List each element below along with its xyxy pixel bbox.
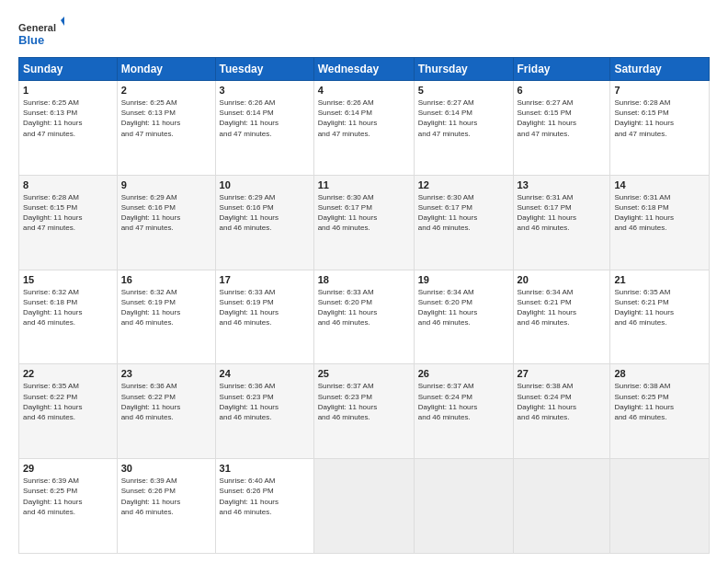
calendar-cell: 2Sunrise: 6:25 AM Sunset: 6:13 PM Daylig…	[117, 81, 215, 176]
calendar-cell	[313, 459, 414, 554]
day-number: 4	[318, 85, 410, 96]
calendar-cell: 17Sunrise: 6:33 AM Sunset: 6:19 PM Dayli…	[215, 270, 313, 364]
day-number: 10	[220, 179, 310, 190]
day-number: 9	[121, 179, 211, 190]
day-number: 20	[518, 274, 607, 285]
day-info: Sunrise: 6:35 AM Sunset: 6:21 PM Dayligh…	[614, 287, 705, 328]
calendar-cell: 22Sunrise: 6:35 AM Sunset: 6:22 PM Dayli…	[19, 364, 118, 459]
day-info: Sunrise: 6:39 AM Sunset: 6:25 PM Dayligh…	[23, 476, 113, 517]
day-info: Sunrise: 6:26 AM Sunset: 6:14 PM Dayligh…	[318, 98, 410, 139]
calendar-cell	[414, 459, 513, 554]
header-row: SundayMondayTuesdayWednesdayThursdayFrid…	[19, 58, 710, 81]
header: General Blue	[18, 17, 710, 50]
calendar-cell: 16Sunrise: 6:32 AM Sunset: 6:19 PM Dayli…	[117, 270, 215, 364]
page: General Blue SundayMondayTuesdayWednesda…	[0, 0, 728, 563]
day-info: Sunrise: 6:30 AM Sunset: 6:17 PM Dayligh…	[418, 192, 509, 234]
calendar-week-row: 8Sunrise: 6:28 AM Sunset: 6:15 PM Daylig…	[19, 175, 710, 270]
day-info: Sunrise: 6:29 AM Sunset: 6:16 PM Dayligh…	[220, 192, 310, 234]
calendar-week-row: 29Sunrise: 6:39 AM Sunset: 6:25 PM Dayli…	[19, 459, 710, 554]
calendar-cell: 29Sunrise: 6:39 AM Sunset: 6:25 PM Dayli…	[19, 459, 118, 554]
day-info: Sunrise: 6:27 AM Sunset: 6:15 PM Dayligh…	[518, 98, 607, 139]
day-number: 11	[318, 179, 410, 190]
calendar-cell: 31Sunrise: 6:40 AM Sunset: 6:26 PM Dayli…	[215, 459, 313, 554]
day-number: 5	[418, 85, 509, 96]
day-number: 24	[220, 368, 310, 379]
day-info: Sunrise: 6:32 AM Sunset: 6:19 PM Dayligh…	[121, 287, 211, 328]
calendar-cell: 10Sunrise: 6:29 AM Sunset: 6:16 PM Dayli…	[215, 175, 313, 270]
day-number: 13	[518, 179, 607, 190]
day-of-week-header: Thursday	[414, 58, 513, 81]
day-number: 27	[518, 368, 607, 379]
logo: General Blue	[18, 17, 64, 50]
day-number: 2	[121, 85, 211, 96]
day-number: 23	[121, 368, 211, 379]
calendar-cell: 5Sunrise: 6:27 AM Sunset: 6:14 PM Daylig…	[414, 81, 513, 176]
day-info: Sunrise: 6:38 AM Sunset: 6:25 PM Dayligh…	[614, 381, 705, 422]
day-of-week-header: Friday	[513, 58, 610, 81]
day-info: Sunrise: 6:34 AM Sunset: 6:21 PM Dayligh…	[518, 287, 607, 328]
calendar-cell: 26Sunrise: 6:37 AM Sunset: 6:24 PM Dayli…	[414, 364, 513, 459]
day-number: 15	[23, 274, 113, 285]
calendar-cell: 6Sunrise: 6:27 AM Sunset: 6:15 PM Daylig…	[513, 81, 610, 176]
day-info: Sunrise: 6:31 AM Sunset: 6:17 PM Dayligh…	[518, 192, 607, 234]
day-info: Sunrise: 6:36 AM Sunset: 6:23 PM Dayligh…	[220, 381, 310, 422]
calendar-week-row: 15Sunrise: 6:32 AM Sunset: 6:18 PM Dayli…	[19, 270, 710, 364]
day-info: Sunrise: 6:33 AM Sunset: 6:19 PM Dayligh…	[220, 287, 310, 328]
day-of-week-header: Monday	[117, 58, 215, 81]
day-info: Sunrise: 6:29 AM Sunset: 6:16 PM Dayligh…	[121, 192, 211, 234]
day-info: Sunrise: 6:35 AM Sunset: 6:22 PM Dayligh…	[23, 381, 113, 422]
calendar-cell: 7Sunrise: 6:28 AM Sunset: 6:15 PM Daylig…	[610, 81, 710, 176]
svg-marker-2	[61, 17, 64, 26]
calendar-cell: 18Sunrise: 6:33 AM Sunset: 6:20 PM Dayli…	[313, 270, 414, 364]
day-info: Sunrise: 6:26 AM Sunset: 6:14 PM Dayligh…	[220, 98, 310, 139]
calendar-cell: 15Sunrise: 6:32 AM Sunset: 6:18 PM Dayli…	[19, 270, 118, 364]
calendar-cell: 23Sunrise: 6:36 AM Sunset: 6:22 PM Dayli…	[117, 364, 215, 459]
calendar-cell: 30Sunrise: 6:39 AM Sunset: 6:26 PM Dayli…	[117, 459, 215, 554]
calendar-cell: 11Sunrise: 6:30 AM Sunset: 6:17 PM Dayli…	[313, 175, 414, 270]
day-info: Sunrise: 6:38 AM Sunset: 6:24 PM Dayligh…	[518, 381, 607, 422]
calendar-cell	[513, 459, 610, 554]
day-number: 12	[418, 179, 509, 190]
day-of-week-header: Tuesday	[215, 58, 313, 81]
day-number: 14	[614, 179, 705, 190]
day-info: Sunrise: 6:37 AM Sunset: 6:24 PM Dayligh…	[418, 381, 509, 422]
calendar-cell: 28Sunrise: 6:38 AM Sunset: 6:25 PM Dayli…	[610, 364, 710, 459]
day-info: Sunrise: 6:33 AM Sunset: 6:20 PM Dayligh…	[318, 287, 410, 328]
day-info: Sunrise: 6:37 AM Sunset: 6:23 PM Dayligh…	[318, 381, 410, 422]
day-info: Sunrise: 6:27 AM Sunset: 6:14 PM Dayligh…	[418, 98, 509, 139]
day-number: 25	[318, 368, 410, 379]
day-info: Sunrise: 6:31 AM Sunset: 6:18 PM Dayligh…	[614, 192, 705, 234]
day-of-week-header: Saturday	[610, 58, 710, 81]
day-of-week-header: Sunday	[19, 58, 118, 81]
day-number: 29	[23, 463, 113, 474]
calendar-cell: 27Sunrise: 6:38 AM Sunset: 6:24 PM Dayli…	[513, 364, 610, 459]
calendar-cell: 13Sunrise: 6:31 AM Sunset: 6:17 PM Dayli…	[513, 175, 610, 270]
day-info: Sunrise: 6:28 AM Sunset: 6:15 PM Dayligh…	[614, 98, 705, 139]
day-number: 31	[220, 463, 310, 474]
day-number: 16	[121, 274, 211, 285]
day-info: Sunrise: 6:40 AM Sunset: 6:26 PM Dayligh…	[220, 476, 310, 517]
day-number: 26	[418, 368, 509, 379]
day-info: Sunrise: 6:25 AM Sunset: 6:13 PM Dayligh…	[23, 98, 113, 139]
calendar-week-row: 1Sunrise: 6:25 AM Sunset: 6:13 PM Daylig…	[19, 81, 710, 176]
calendar-cell	[610, 459, 710, 554]
day-number: 6	[518, 85, 607, 96]
day-number: 22	[23, 368, 113, 379]
day-info: Sunrise: 6:28 AM Sunset: 6:15 PM Dayligh…	[23, 192, 113, 234]
day-number: 28	[614, 368, 705, 379]
calendar-cell: 9Sunrise: 6:29 AM Sunset: 6:16 PM Daylig…	[117, 175, 215, 270]
day-info: Sunrise: 6:32 AM Sunset: 6:18 PM Dayligh…	[23, 287, 113, 328]
day-number: 7	[614, 85, 705, 96]
calendar-cell: 19Sunrise: 6:34 AM Sunset: 6:20 PM Dayli…	[414, 270, 513, 364]
calendar: SundayMondayTuesdayWednesdayThursdayFrid…	[18, 57, 710, 554]
calendar-cell: 8Sunrise: 6:28 AM Sunset: 6:15 PM Daylig…	[19, 175, 118, 270]
calendar-cell: 14Sunrise: 6:31 AM Sunset: 6:18 PM Dayli…	[610, 175, 710, 270]
calendar-cell: 4Sunrise: 6:26 AM Sunset: 6:14 PM Daylig…	[313, 81, 414, 176]
svg-text:Blue: Blue	[18, 33, 44, 47]
calendar-week-row: 22Sunrise: 6:35 AM Sunset: 6:22 PM Dayli…	[19, 364, 710, 459]
day-info: Sunrise: 6:36 AM Sunset: 6:22 PM Dayligh…	[121, 381, 211, 422]
svg-text:General: General	[18, 22, 56, 33]
calendar-cell: 21Sunrise: 6:35 AM Sunset: 6:21 PM Dayli…	[610, 270, 710, 364]
day-info: Sunrise: 6:34 AM Sunset: 6:20 PM Dayligh…	[418, 287, 509, 328]
calendar-cell: 1Sunrise: 6:25 AM Sunset: 6:13 PM Daylig…	[19, 81, 118, 176]
